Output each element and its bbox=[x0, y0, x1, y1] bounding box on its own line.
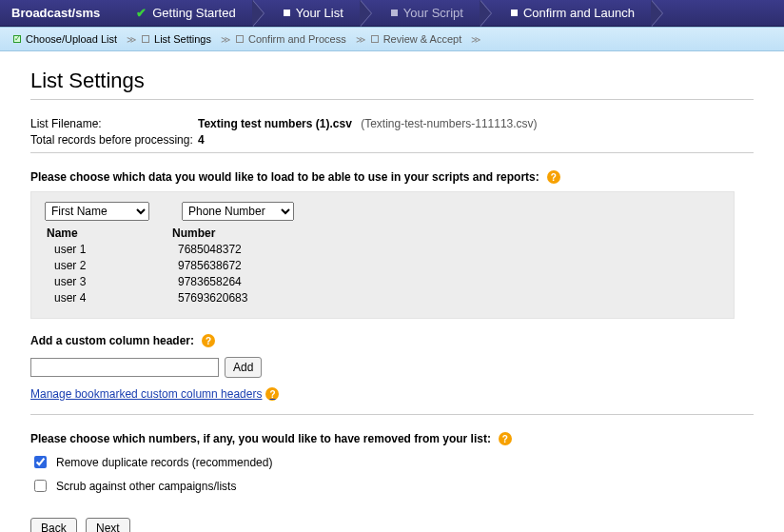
meta-total-row: Total records before processing: 4 bbox=[30, 133, 754, 147]
chevron-right-icon: ≫ bbox=[221, 34, 230, 45]
column2-mapping-select[interactable]: Phone Number bbox=[182, 202, 294, 221]
custom-column-prompt: Add a custom column header: ? bbox=[30, 334, 754, 347]
square-icon bbox=[391, 10, 398, 16]
table-cell: user 3 bbox=[47, 274, 172, 290]
wizard-nav: Broadcast/sms ✔ Getting Started Your Lis… bbox=[0, 0, 784, 27]
chevron-right-icon: ≫ bbox=[471, 34, 480, 45]
wizard-step-your-list[interactable]: Your List bbox=[265, 0, 361, 26]
checkbox-empty-icon bbox=[142, 35, 149, 43]
wizard-step-label: Your Script bbox=[403, 6, 463, 20]
wizard-step-label: Confirm and Launch bbox=[523, 6, 635, 20]
chevron-icon bbox=[480, 0, 492, 27]
table-cell: 57693620683 bbox=[172, 290, 247, 306]
scrub-checkbox[interactable] bbox=[34, 480, 47, 492]
meta-filename-row: List Filename: Texting test numbers (1).… bbox=[30, 117, 754, 130]
table-cell: 9785638672 bbox=[172, 258, 247, 274]
subnav-label: Review & Accept bbox=[383, 33, 462, 45]
help-icon[interactable]: ? bbox=[202, 334, 215, 347]
manage-bookmarks-link[interactable]: Manage bookmarked custom column headers … bbox=[30, 387, 279, 401]
remove-duplicates-checkbox[interactable] bbox=[34, 456, 47, 468]
table-cell: user 4 bbox=[47, 290, 172, 306]
subnav-confirm-process[interactable]: Confirm and Process bbox=[236, 33, 346, 45]
help-icon[interactable]: ? bbox=[265, 387, 279, 401]
wizard-step-getting-started[interactable]: ✔ Getting Started bbox=[117, 0, 252, 26]
remove-prompt: Please choose which numbers, if any, you… bbox=[30, 432, 754, 445]
table-cell: user 1 bbox=[47, 242, 172, 258]
prompt-text: Please choose which data you would like … bbox=[30, 170, 539, 184]
subnav-list-settings[interactable]: List Settings bbox=[142, 33, 211, 45]
table-cell: 7685048372 bbox=[172, 242, 247, 258]
help-icon[interactable]: ? bbox=[547, 170, 560, 184]
wizard-step-label: Getting Started bbox=[152, 6, 235, 20]
subnav-label: List Settings bbox=[154, 33, 211, 45]
choose-data-prompt: Please choose which data you would like … bbox=[30, 170, 754, 184]
chevron-icon bbox=[361, 0, 372, 27]
col1-header: Name bbox=[47, 227, 172, 240]
chevron-right-icon: ≫ bbox=[127, 34, 136, 45]
chevron-icon bbox=[652, 0, 663, 27]
subnav: Choose/Upload List ≫ List Settings ≫ Con… bbox=[0, 27, 784, 51]
col2-header: Number bbox=[172, 227, 247, 240]
add-button[interactable]: Add bbox=[225, 357, 262, 378]
prompt-text: Add a custom column header: bbox=[30, 334, 194, 347]
wizard-step-label: Your List bbox=[296, 6, 343, 20]
page-title: List Settings bbox=[30, 69, 754, 100]
meta-filename-label: List Filename: bbox=[30, 117, 198, 130]
divider bbox=[30, 152, 754, 153]
custom-column-input[interactable] bbox=[30, 358, 219, 377]
meta-total-label: Total records before processing: bbox=[30, 133, 198, 147]
total-records-value: 4 bbox=[198, 133, 205, 147]
square-icon bbox=[511, 10, 518, 16]
chevron-right-icon: ≫ bbox=[356, 34, 365, 45]
checkmark-icon: ✔ bbox=[136, 6, 147, 20]
remove-duplicates-label: Remove duplicate records (recommended) bbox=[56, 456, 272, 469]
subnav-choose-upload[interactable]: Choose/Upload List bbox=[13, 33, 117, 45]
link-text: Manage bookmarked custom column headers bbox=[30, 387, 262, 401]
table-cell: user 2 bbox=[47, 258, 172, 274]
next-button[interactable]: Next bbox=[86, 518, 130, 532]
help-icon[interactable]: ? bbox=[499, 432, 512, 445]
chevron-icon bbox=[253, 0, 265, 27]
column1-mapping-select[interactable]: First Name bbox=[45, 202, 149, 221]
page-body: List Settings List Filename: Texting tes… bbox=[0, 51, 784, 532]
wizard-title: Broadcast/sms bbox=[0, 0, 117, 26]
wizard-step-confirm-launch[interactable]: Confirm and Launch bbox=[492, 0, 652, 26]
filename-text: Texting test numbers (1).csv bbox=[198, 117, 352, 130]
subnav-review-accept[interactable]: Review & Accept bbox=[371, 33, 462, 45]
checkbox-empty-icon bbox=[371, 35, 379, 43]
back-button[interactable]: Back bbox=[30, 518, 77, 532]
data-preview-panel: First Name Phone Number Name user 1 user… bbox=[30, 191, 735, 319]
divider bbox=[30, 414, 754, 415]
filename-alt-text: (Texting-test-numbers-111113.csv) bbox=[361, 117, 537, 130]
subnav-label: Choose/Upload List bbox=[26, 33, 117, 45]
wizard-step-your-script[interactable]: Your Script bbox=[372, 0, 480, 26]
prompt-text: Please choose which numbers, if any, you… bbox=[30, 432, 491, 445]
checkbox-done-icon bbox=[13, 35, 21, 43]
checkbox-empty-icon bbox=[236, 35, 244, 43]
preview-table: Name user 1 user 2 user 3 user 4 Number … bbox=[41, 227, 724, 306]
subnav-label: Confirm and Process bbox=[248, 33, 346, 45]
meta-filename-value: Texting test numbers (1).csv (Texting-te… bbox=[198, 117, 538, 130]
square-icon bbox=[284, 10, 290, 16]
scrub-label: Scrub against other campaigns/lists bbox=[56, 480, 236, 493]
table-cell: 9783658264 bbox=[172, 274, 247, 290]
